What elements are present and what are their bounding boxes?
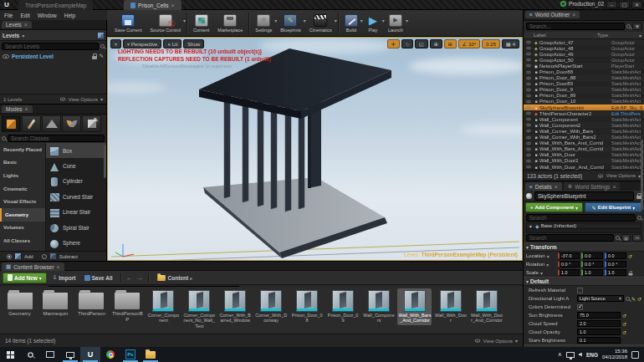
eye-icon[interactable] <box>526 47 531 50</box>
eye-icon[interactable] <box>526 141 531 145</box>
eye-icon[interactable] <box>526 76 531 79</box>
refresh-material-checkbox[interactable] <box>577 288 583 293</box>
category-visual-effects[interactable]: Visual Effects <box>0 195 45 208</box>
levels-view-options[interactable]: View Options <box>59 96 103 102</box>
lock-icon[interactable] <box>636 196 641 199</box>
sun-brightness-field[interactable]: 75.0 <box>577 312 621 319</box>
outliner-row[interactable]: Prison_Door88StaticMeshAct <box>524 69 644 74</box>
rotation-y-field[interactable]: 0.0 ° <box>581 261 603 268</box>
rotation-x-field[interactable]: 0.0 ° <box>558 261 580 268</box>
category-geometry[interactable]: Geometry <box>0 208 45 222</box>
column-label[interactable]: Label <box>524 33 597 38</box>
column-type[interactable]: Type <box>597 33 608 38</box>
details-search-input[interactable] <box>526 234 614 242</box>
outliner-filter-button[interactable] <box>632 23 641 30</box>
outliner-row[interactable]: Wall_Corner_With_BarsStaticMeshAct <box>524 128 644 134</box>
folder-tile[interactable]: Geometry <box>3 288 37 319</box>
eye-icon[interactable] <box>526 118 531 121</box>
tab-world-settings[interactable]: ⊕World Settings <box>564 182 621 191</box>
mode-landscape-button[interactable] <box>42 115 61 132</box>
add-radio[interactable] <box>7 254 12 259</box>
folder-tile[interactable]: ThirdPersonBP <box>110 288 145 324</box>
tab-content-browser[interactable]: ▦ Content Browser <box>2 263 64 271</box>
tray-expand-icon[interactable]: ∧ <box>558 351 562 358</box>
back-button[interactable]: ← <box>126 274 133 282</box>
eye-icon[interactable] <box>526 106 531 110</box>
category-recently-placed[interactable]: Recently Placed <box>0 143 45 156</box>
outliner-row[interactable]: Wall_With_DoorStaticMeshAct <box>524 152 644 158</box>
save-all-button[interactable]: Save All <box>82 275 115 281</box>
menu-file[interactable]: File <box>4 13 13 18</box>
build-button[interactable]: Build <box>340 10 362 36</box>
outliner-row[interactable]: NetworkPlayerStartPlayerStart <box>524 63 644 69</box>
lock-icon[interactable] <box>92 56 97 59</box>
reset-icon[interactable] <box>637 296 641 302</box>
tab-world-outliner[interactable]: ≡ World Outliner <box>525 11 580 18</box>
property-matrix-button[interactable]: ▦ <box>621 234 631 242</box>
asset-tab-thirdpersonexamplemap[interactable]: ThirdPersonExampleMap <box>18 0 93 10</box>
light-actor-dropdown[interactable]: Light Source <box>577 295 624 302</box>
outliner-row[interactable]: GroupActor_48GroupActor <box>524 45 644 51</box>
scale-y-field[interactable]: 1.0 <box>581 269 603 276</box>
3d-viewport[interactable]: Perspective ●Lit Show ✛ ◱ ⊕ ⊞ ∠ 10° 0.25… <box>107 37 523 261</box>
mode-place-button[interactable] <box>2 115 21 132</box>
grid-snap-toggle[interactable]: ⊞ <box>444 39 457 48</box>
eye-icon[interactable] <box>526 147 531 150</box>
visibility-eye-icon[interactable] <box>3 54 9 59</box>
volume-icon[interactable] <box>579 353 582 357</box>
reset-icon[interactable] <box>622 313 626 319</box>
outliner-row[interactable]: GroupActor_50GroupActor <box>524 57 644 63</box>
levels-search-input[interactable] <box>2 43 99 50</box>
mode-paint-button[interactable] <box>22 115 41 132</box>
category-basic[interactable]: Basic <box>0 156 45 170</box>
close-icon[interactable] <box>555 184 558 190</box>
scale-lock-icon[interactable] <box>629 273 633 275</box>
item-curved-stair[interactable]: Curved Stair <box>46 189 106 204</box>
item-cylinder[interactable]: Cylinder <box>46 174 106 189</box>
item-spiral-stair[interactable]: Spiral Stair <box>46 220 106 235</box>
outliner-row[interactable]: Wall_ComponentStaticMeshAct <box>524 116 644 122</box>
outliner-row[interactable]: Wall_With_Door2StaticMeshAct <box>524 158 644 164</box>
scale-snap-toggle[interactable]: 0.25 <box>482 39 500 48</box>
close-icon[interactable] <box>24 22 28 28</box>
outliner-row[interactable]: GroupActor_47GroupActor <box>524 39 644 45</box>
outliner-row-selected[interactable]: SkySphereBlueprintEdit BP_Sky_S <box>524 105 644 110</box>
default-section-header[interactable]: Default <box>524 277 644 286</box>
scrollbar[interactable] <box>641 140 643 210</box>
transform-section-header[interactable]: Transform <box>524 242 644 252</box>
colors-determined-checkbox[interactable] <box>577 304 583 310</box>
component-base-row[interactable]: ◆ Base (Inherited) <box>526 222 641 229</box>
asset-tile[interactable]: Wall_Component <box>362 288 396 325</box>
maximize-button[interactable]: ▢ <box>619 1 630 8</box>
location-label[interactable]: Location <box>526 253 556 259</box>
outliner-row[interactable]: Prison_Door_88StaticMeshAct <box>524 75 644 81</box>
add-new-button[interactable]: Add New <box>3 273 47 283</box>
tab-levels[interactable]: Levels <box>2 21 32 28</box>
mode-geometry-button[interactable] <box>82 115 101 132</box>
display-filter-button[interactable] <box>632 234 641 242</box>
cloud-opacity-field[interactable]: 1.0 <box>577 329 621 335</box>
outliner-row[interactable]: Wall_With_Bars_And_CorridStaticMeshAct <box>524 146 644 152</box>
level-row-persistent[interactable]: Persistent Level <box>0 52 106 60</box>
eye-icon[interactable] <box>526 70 531 74</box>
eye-icon[interactable] <box>526 112 531 115</box>
outliner-row[interactable]: Prison_Door_10StaticMeshAct <box>524 99 644 105</box>
close-icon[interactable] <box>612 184 616 190</box>
location-x-field[interactable]: -37.0 <box>558 252 580 259</box>
menu-window[interactable]: Window <box>38 13 57 18</box>
scale-x-field[interactable]: 1.0 <box>558 269 580 276</box>
category-lights[interactable]: Lights <box>0 169 45 182</box>
item-box[interactable]: Box <box>46 143 106 158</box>
category-volumes[interactable]: Volumes <box>0 222 45 235</box>
clock[interactable]: 15:36 04/12/2018 <box>602 349 627 360</box>
classes-search-input[interactable] <box>8 135 105 142</box>
menu-help[interactable]: Help <box>64 13 75 18</box>
column-options-icon[interactable] <box>639 33 644 38</box>
item-sphere[interactable]: Sphere <box>46 235 106 250</box>
eye-icon[interactable] <box>526 166 531 169</box>
mode-foliage-button[interactable] <box>62 115 81 132</box>
item-linear-stair[interactable]: Linear Stair <box>46 205 106 220</box>
eye-icon[interactable] <box>526 89 531 92</box>
asset-tile[interactable]: Corner_With_Barred_Window <box>218 288 253 325</box>
chevron-down-icon[interactable] <box>335 18 337 23</box>
